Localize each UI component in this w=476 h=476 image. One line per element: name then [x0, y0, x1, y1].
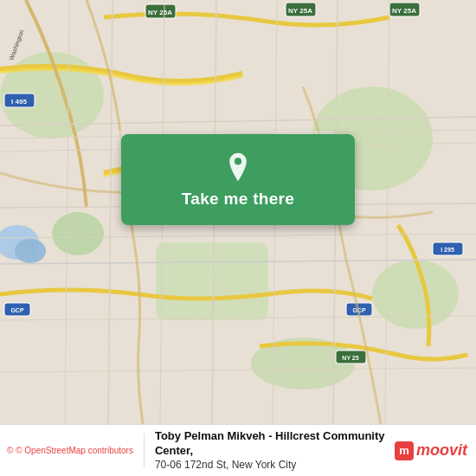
moovit-logo-m: m: [395, 441, 414, 460]
svg-text:NY 25A: NY 25A: [392, 7, 416, 15]
osm-copyright-symbol: ©: [7, 446, 13, 455]
svg-point-5: [52, 212, 104, 255]
svg-text:I 495: I 495: [11, 98, 27, 106]
osm-credit: © © OpenStreetMap contributors: [7, 446, 133, 455]
moovit-logo: m moovit: [395, 441, 467, 460]
svg-point-48: [235, 158, 241, 164]
info-bar: © © OpenStreetMap contributors Toby Pelm…: [0, 424, 476, 476]
map-container: I 495 I 495 I 495 GCP GCP NY 25A NY 25A …: [0, 0, 476, 424]
location-address: 70-06 172nd St, New York City: [155, 459, 388, 473]
svg-text:NY 25: NY 25: [342, 355, 358, 361]
svg-text:I 295: I 295: [441, 247, 454, 253]
svg-text:GCP: GCP: [10, 307, 24, 313]
svg-point-8: [15, 239, 46, 263]
location-info: Toby Pelman Mikveh - Hillcrest Community…: [155, 429, 388, 472]
button-label: Take me there: [182, 190, 294, 209]
take-me-there-button[interactable]: Take me there: [121, 134, 355, 225]
svg-rect-4: [156, 242, 268, 320]
svg-text:NY 25A: NY 25A: [288, 7, 312, 15]
divider: [144, 434, 145, 468]
location-name: Toby Pelman Mikveh - Hillcrest Community…: [155, 429, 388, 459]
svg-text:NY 25A: NY 25A: [148, 9, 172, 16]
osm-credit-text: © OpenStreetMap contributors: [16, 446, 133, 455]
location-pin-icon: [222, 151, 254, 183]
moovit-logo-text: moovit: [416, 441, 467, 460]
svg-point-3: [372, 260, 459, 329]
